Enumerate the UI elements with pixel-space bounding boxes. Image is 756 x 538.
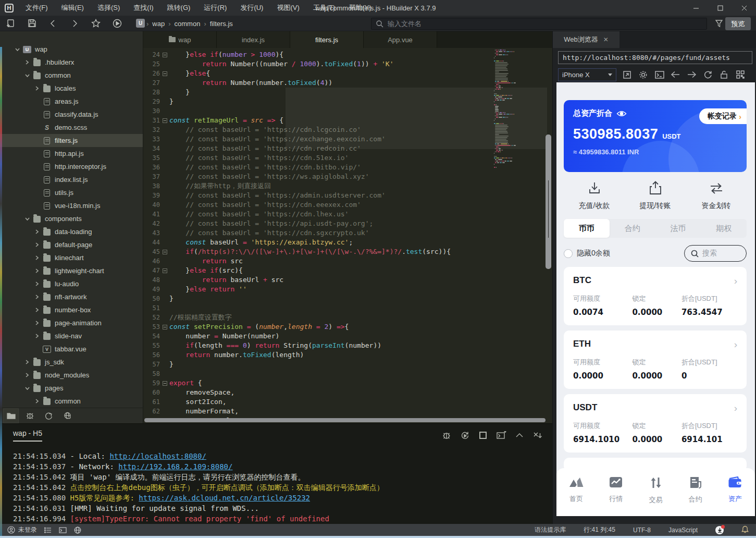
transfer-button[interactable]: 资金划转 <box>686 180 747 211</box>
fold-marker-icon[interactable] <box>160 50 169 59</box>
url-input[interactable]: http://localhost:8080/#/pages/fund/asset… <box>558 51 752 64</box>
files-panel-icon[interactable] <box>3 408 19 423</box>
debug-bug-icon[interactable] <box>441 430 452 441</box>
tree-item-nft-artwork[interactable]: nft-artwork <box>0 290 143 303</box>
preview-button[interactable]: 预览 <box>725 17 751 30</box>
collapse-panel-icon[interactable] <box>514 430 525 441</box>
tree-item-utils.js[interactable]: utils.js <box>0 186 143 199</box>
tree-item-default-page[interactable]: default-page <box>0 238 143 251</box>
line-number[interactable]: 60 <box>143 388 160 397</box>
tree-item-lightweight-chart[interactable]: lightweight-chart <box>0 264 143 277</box>
hide-zero-radio[interactable] <box>564 249 573 258</box>
line-number[interactable]: 38 <box>143 181 160 191</box>
account-record-button[interactable]: 帐变记录› <box>699 108 747 124</box>
fold-marker-icon[interactable] <box>160 69 169 78</box>
line-number[interactable]: 33 <box>143 134 160 144</box>
breadcrumb-item[interactable]: wap <box>152 20 165 28</box>
nav-forward-icon[interactable] <box>686 69 697 80</box>
nav-assets[interactable]: 资产 <box>715 476 755 516</box>
line-number[interactable]: 57 <box>143 360 160 369</box>
goto-icon[interactable] <box>41 408 56 423</box>
chevron-right-icon[interactable]: › <box>734 276 737 286</box>
notification-bell-icon[interactable] <box>741 525 749 535</box>
device-select[interactable]: iPhone X <box>558 68 616 81</box>
line-number[interactable]: 46 <box>143 256 160 266</box>
new-file-button[interactable] <box>4 17 17 30</box>
update-download-icon[interactable] <box>715 526 724 534</box>
chevron-right-icon[interactable]: › <box>734 403 737 413</box>
open-external-icon[interactable] <box>622 69 633 80</box>
console-link[interactable]: http://192.168.2.109:8080/ <box>118 462 232 471</box>
editor-tab-wap[interactable]: wap <box>143 31 217 48</box>
line-number[interactable]: 26 <box>143 69 160 78</box>
cursor-position[interactable]: 行:41 列:45 <box>584 525 615 534</box>
language-mode[interactable]: JavaScript <box>668 527 698 534</box>
nav-contract[interactable]: 合约 <box>676 476 715 516</box>
qr-code-icon[interactable] <box>735 69 746 80</box>
fold-marker-icon[interactable] <box>160 247 169 256</box>
line-number[interactable]: 50 <box>143 294 160 303</box>
tree-item-.hbuilderx[interactable]: .hbuilderx <box>0 56 143 69</box>
market-tab-期权[interactable]: 期权 <box>701 219 747 238</box>
browser-tab[interactable]: Web浏览器 ✕ <box>553 31 619 48</box>
line-number[interactable]: 27 <box>143 78 160 88</box>
line-number[interactable]: 49 <box>143 285 160 294</box>
editor-tab-index.js[interactable]: index.js <box>217 31 290 48</box>
back-button[interactable] <box>47 17 59 30</box>
outline-icon[interactable] <box>44 527 52 533</box>
menu-item-4[interactable]: 跳转(G) <box>160 0 197 16</box>
minimize-button[interactable] <box>684 0 708 16</box>
nav-trade[interactable]: 交易 <box>636 476 675 516</box>
tree-item-number-box[interactable]: number-box <box>0 303 143 316</box>
nav-home[interactable]: 首页 <box>556 476 596 516</box>
line-number[interactable]: 30 <box>143 106 160 116</box>
syntax-lib-label[interactable]: 语法提示库 <box>535 525 566 534</box>
fold-marker-icon[interactable] <box>160 116 169 125</box>
restart-icon[interactable] <box>460 430 470 441</box>
line-number[interactable]: 40 <box>143 200 160 210</box>
line-number[interactable]: 39 <box>143 191 160 200</box>
maximize-button[interactable] <box>708 0 732 16</box>
tree-item-components[interactable]: components <box>0 212 143 225</box>
line-number[interactable]: 34 <box>143 144 160 153</box>
line-number[interactable]: 58 <box>143 369 160 378</box>
line-number[interactable]: 24 <box>143 50 160 59</box>
market-tab-合约[interactable]: 合约 <box>610 219 655 238</box>
line-number[interactable]: 53 <box>143 322 160 332</box>
close-panel-icon[interactable] <box>532 430 543 441</box>
line-number[interactable]: 36 <box>143 163 160 172</box>
console-link[interactable]: https://ask.dcloud.net.cn/article/35232 <box>139 494 310 502</box>
line-number[interactable]: 47 <box>143 266 160 275</box>
nav-market[interactable]: 行情 <box>596 476 636 516</box>
fold-marker-icon[interactable] <box>160 322 169 332</box>
new-terminal-icon[interactable] <box>496 430 506 441</box>
devtools-console-icon[interactable] <box>654 69 665 80</box>
tree-item-data-loading[interactable]: data-loading <box>0 225 143 238</box>
unlock-icon[interactable] <box>718 69 729 80</box>
menu-item-7[interactable]: 视图(V) <box>270 0 306 16</box>
coin-card-USDT[interactable]: USDT›可用额度6914.1010锁定0.0000折合[USDT]6914.1… <box>564 394 747 453</box>
coin-search-button[interactable]: 搜索 <box>684 245 747 262</box>
line-number[interactable]: 52 <box>143 313 160 322</box>
globe-icon[interactable] <box>74 527 81 534</box>
menu-item-6[interactable]: 发行(U) <box>233 0 270 16</box>
tree-item-filters.js[interactable]: filters.js <box>0 134 143 147</box>
favorite-star-icon[interactable] <box>90 17 102 30</box>
line-number[interactable]: 35 <box>143 153 160 163</box>
line-number[interactable]: 41 <box>143 210 160 219</box>
forward-button[interactable] <box>68 17 81 30</box>
tree-item-wap[interactable]: Uwap <box>0 43 143 56</box>
menu-item-2[interactable]: 选择(S) <box>91 0 127 16</box>
settings-gear-icon[interactable] <box>638 69 649 80</box>
withdraw-button[interactable]: 提现/转账 <box>625 180 686 211</box>
line-number[interactable]: 62 <box>143 407 160 416</box>
tree-item-pages[interactable]: pages <box>0 382 143 395</box>
browser-tab-close-icon[interactable]: ✕ <box>603 36 609 43</box>
line-number[interactable]: 61 <box>143 397 160 407</box>
tree-item-vue-i18n.min.js[interactable]: vue-i18n.min.js <box>0 199 143 212</box>
tree-item-http.interceptor.js[interactable]: http.interceptor.js <box>0 160 143 173</box>
line-number[interactable]: 25 <box>143 59 160 69</box>
menu-item-1[interactable]: 编辑(E) <box>55 0 91 16</box>
terminal-icon[interactable] <box>59 527 67 533</box>
minimap[interactable] <box>494 50 540 206</box>
